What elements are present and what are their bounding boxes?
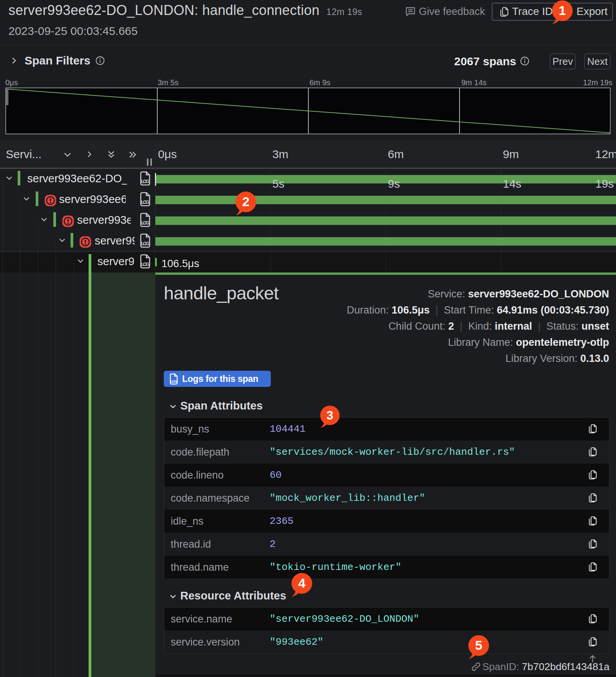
svg-text:1: 1 — [559, 3, 566, 18]
svg-text:5: 5 — [475, 638, 483, 652]
svg-text:LOG: LOG — [170, 379, 177, 383]
svg-text:2: 2 — [242, 194, 250, 209]
svg-text:4: 4 — [298, 576, 306, 590]
svg-text:3: 3 — [326, 408, 333, 422]
